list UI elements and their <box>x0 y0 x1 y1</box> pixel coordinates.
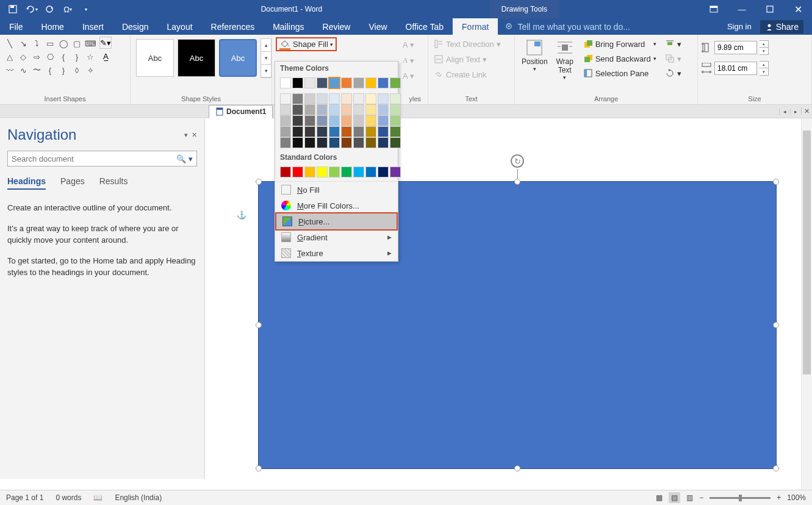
color-swatch[interactable] <box>341 104 352 115</box>
shape-rbrace-icon[interactable]: } <box>70 50 84 63</box>
height-input[interactable]: 9.89 cm <box>714 41 757 54</box>
color-swatch[interactable] <box>378 115 389 126</box>
color-swatch[interactable] <box>365 104 376 115</box>
color-swatch[interactable] <box>390 104 401 115</box>
ribbon-display-button[interactable] <box>700 0 728 18</box>
color-swatch[interactable] <box>365 115 376 126</box>
color-swatch[interactable] <box>353 93 364 104</box>
picture-fill-item[interactable]: Picture... <box>275 212 398 231</box>
color-swatch[interactable] <box>317 93 328 104</box>
color-swatch[interactable] <box>341 115 352 126</box>
close-button[interactable]: ✕ <box>784 0 812 18</box>
draw-textbox-button[interactable]: A̲ <box>99 50 112 62</box>
color-swatch[interactable] <box>365 93 376 104</box>
maximize-button[interactable] <box>756 0 784 18</box>
shape-oval-icon[interactable]: ◯ <box>57 37 70 50</box>
shape-hexagon-icon[interactable]: ⎔ <box>43 50 57 63</box>
color-swatch[interactable] <box>329 126 340 137</box>
zoom-slider[interactable] <box>710 497 771 499</box>
tab-home[interactable]: Home <box>32 18 73 35</box>
rotate-handle[interactable]: ↻ <box>511 154 524 168</box>
bring-forward-button[interactable]: Bring Forward▾ <box>581 38 659 50</box>
more-colors-item[interactable]: More Fill Colors... <box>275 198 398 213</box>
search-input[interactable] <box>12 154 176 163</box>
nav-search-box[interactable]: 🔍 ▾ <box>7 151 197 167</box>
color-swatch[interactable] <box>365 137 376 148</box>
color-swatch[interactable] <box>304 126 315 137</box>
handle-bm[interactable] <box>514 465 520 471</box>
sign-in-link[interactable]: Sign in <box>727 22 752 31</box>
scroll-thumb[interactable] <box>803 131 811 374</box>
color-swatch[interactable] <box>280 104 291 115</box>
zoom-out-button[interactable]: − <box>699 493 703 502</box>
color-swatch[interactable] <box>329 167 340 177</box>
color-swatch[interactable] <box>317 77 328 88</box>
color-swatch[interactable] <box>353 104 364 115</box>
word-count[interactable]: 0 words <box>56 493 81 502</box>
tab-nav-next[interactable]: ▸ <box>790 109 801 115</box>
color-swatch[interactable] <box>353 137 364 148</box>
color-swatch[interactable] <box>304 167 315 177</box>
language-status[interactable]: English (India) <box>115 493 162 502</box>
tab-file[interactable]: File <box>0 18 32 35</box>
nav-options-button[interactable]: ▾ <box>184 131 188 138</box>
tab-insert[interactable]: Insert <box>73 18 113 35</box>
tab-nav-prev[interactable]: ◂ <box>779 109 790 115</box>
shape-connector-icon[interactable]: ⤵ <box>30 37 43 50</box>
shape-textbox-icon[interactable]: ⌨ <box>84 37 97 50</box>
web-layout-button[interactable]: ▥ <box>686 493 693 502</box>
color-swatch[interactable] <box>353 126 364 137</box>
color-swatch[interactable] <box>304 77 315 88</box>
color-swatch[interactable] <box>317 126 328 137</box>
color-swatch[interactable] <box>390 167 401 177</box>
tab-office-tab[interactable]: Office Tab <box>397 18 453 35</box>
shape-line-icon[interactable]: ╲ <box>3 37 16 50</box>
selection-pane-button[interactable]: Selection Pane <box>581 67 659 79</box>
style-item-1[interactable]: Abc <box>136 39 174 77</box>
shape-roundrect-icon[interactable]: ▢ <box>70 37 84 50</box>
color-swatch[interactable] <box>365 167 376 177</box>
minimize-button[interactable]: — <box>728 0 756 18</box>
color-swatch[interactable] <box>341 126 352 137</box>
vertical-scrollbar[interactable] <box>801 118 812 490</box>
shapes-gallery[interactable]: ╲ ↘ ⤵ ▭ ◯ ▢ ⌨ △ ◇ ⇨ ⎔ { } ☆ 〰 ∿ 〜 { } ◊ <box>3 37 97 77</box>
color-swatch[interactable] <box>390 115 401 126</box>
style-item-2[interactable]: Abc <box>178 39 215 77</box>
tab-view[interactable]: View <box>359 18 396 35</box>
color-swatch[interactable] <box>365 77 376 88</box>
shape-callout2-icon[interactable]: ✧ <box>84 63 97 77</box>
height-spinner[interactable]: ▴▾ <box>760 40 769 55</box>
color-swatch[interactable] <box>329 115 340 126</box>
color-swatch[interactable] <box>353 115 364 126</box>
rotate-button[interactable]: ▾ <box>663 67 684 79</box>
color-swatch[interactable] <box>378 93 389 104</box>
symbol-button[interactable]: Ω ▾ <box>60 1 76 17</box>
color-swatch[interactable] <box>280 77 291 88</box>
color-swatch[interactable] <box>329 104 340 115</box>
color-swatch[interactable] <box>390 93 401 104</box>
color-swatch[interactable] <box>378 126 389 137</box>
color-swatch[interactable] <box>280 167 291 177</box>
send-backward-button[interactable]: Send Backward▾ <box>581 52 659 65</box>
handle-ml[interactable] <box>256 322 262 328</box>
color-swatch[interactable] <box>292 115 303 126</box>
zoom-in-button[interactable]: + <box>777 493 781 502</box>
redo-button[interactable] <box>41 1 57 17</box>
handle-tr[interactable] <box>773 179 779 185</box>
nav-tab-results[interactable]: Results <box>99 176 128 190</box>
shape-curve2-icon[interactable]: ∿ <box>16 63 30 77</box>
align-button[interactable]: ▾ <box>663 38 684 50</box>
color-swatch[interactable] <box>390 137 401 148</box>
read-mode-button[interactable]: ▦ <box>656 493 663 502</box>
color-swatch[interactable] <box>353 167 364 177</box>
edit-shape-button[interactable]: ✎▾ <box>99 37 112 49</box>
color-swatch[interactable] <box>280 137 291 148</box>
nav-close-button[interactable]: ✕ <box>192 131 197 138</box>
shape-arrow2-icon[interactable]: ⇨ <box>30 50 43 63</box>
color-swatch[interactable] <box>341 167 352 177</box>
color-swatch[interactable] <box>304 115 315 126</box>
tab-design[interactable]: Design <box>113 18 158 35</box>
shape-curve-icon[interactable]: 〰 <box>3 63 16 77</box>
share-button[interactable]: Share <box>760 20 803 34</box>
shape-lbrace-icon[interactable]: { <box>57 50 70 63</box>
